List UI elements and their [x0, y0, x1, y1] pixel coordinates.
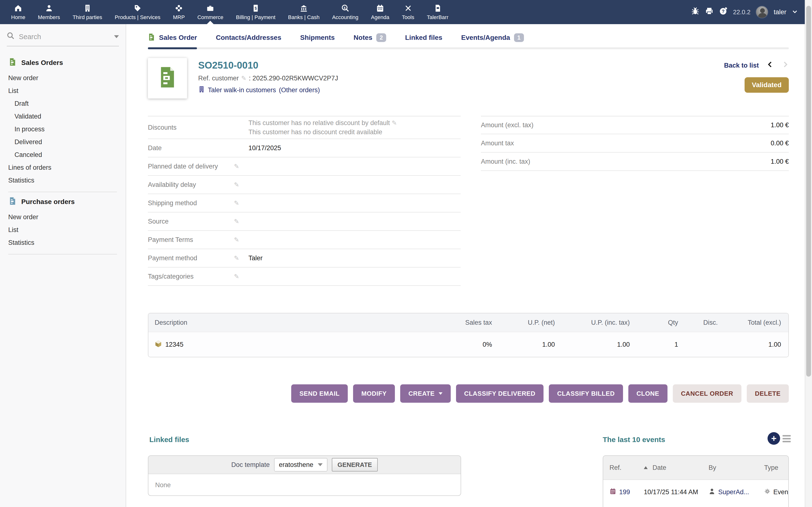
events-table-header: Ref. Date By Type Title	[603, 456, 788, 480]
edit-ref-customer-icon[interactable]: ✎	[241, 74, 247, 82]
search-icon	[7, 32, 14, 42]
edit-source-icon[interactable]: ✎	[234, 218, 239, 225]
nav-talerbarr[interactable]: TalerBarr	[420, 0, 455, 24]
edit-shipping-method-icon[interactable]: ✎	[234, 200, 239, 207]
order-lines-table: Description Sales tax U.P. (net) U.P. (i…	[148, 313, 789, 357]
back-to-list-link[interactable]: Back to list	[724, 62, 759, 69]
user-menu-label[interactable]: taler	[773, 8, 786, 16]
field-source: Source ✎	[148, 213, 461, 231]
sidebar-item-statistics[interactable]: Statistics	[8, 174, 126, 187]
nav-members[interactable]: Members	[32, 0, 66, 24]
other-orders-link[interactable]: (Other orders)	[279, 87, 320, 94]
field-payment-method: Payment method ✎ Taler	[148, 249, 461, 268]
nav-billing-payment[interactable]: $ Billing | Payment	[230, 0, 282, 24]
sidebar-section-purchase-orders[interactable]: Purchase orders	[9, 197, 126, 207]
tab-events-agenda[interactable]: Events/Agenda1	[461, 31, 524, 49]
help-icon[interactable]: ?	[719, 7, 728, 17]
sort-asc-icon	[644, 466, 648, 469]
clone-button[interactable]: CLONE	[628, 384, 667, 403]
svg-text:$: $	[255, 6, 257, 10]
chevron-down-icon[interactable]	[792, 8, 798, 17]
object-photo-card	[148, 58, 187, 99]
edit-payment-terms-icon[interactable]: ✎	[234, 236, 239, 243]
bug-icon[interactable]	[691, 7, 700, 17]
sidebar-search	[7, 32, 119, 46]
nav-banks-cash[interactable]: Banks | Cash	[282, 0, 326, 24]
tab-linked-files[interactable]: Linked files	[405, 31, 442, 49]
events-table: Ref. Date By Type Title 199 10/17/25 11:…	[603, 456, 788, 504]
nav-mrp[interactable]: MRP	[167, 0, 191, 24]
edit-discount-icon[interactable]: ✎	[392, 119, 397, 126]
sidebar-item-po-statistics[interactable]: Statistics	[8, 236, 126, 249]
add-event-button[interactable]: +	[767, 432, 780, 445]
nav-label: Banks | Cash	[288, 14, 319, 20]
send-email-button[interactable]: SEND EMAIL	[291, 384, 348, 403]
search-dropdown-caret-icon[interactable]	[114, 35, 119, 38]
sidebar-item-in-process[interactable]: In process	[8, 123, 126, 136]
search-input[interactable]	[19, 33, 91, 41]
page-scrollbar[interactable]	[805, 0, 812, 507]
amount-tax-row: Amount tax 0.00 €	[481, 134, 789, 153]
generate-button[interactable]: GENERATE	[332, 458, 378, 471]
delete-button[interactable]: DELETE	[747, 384, 789, 403]
customer-link[interactable]: Taler walk-in customers	[208, 87, 276, 94]
sidebar-item-validated[interactable]: Validated	[8, 110, 126, 123]
edit-availability-delay-icon[interactable]: ✎	[234, 181, 239, 188]
document-flag-icon	[434, 4, 442, 12]
tab-sales-order[interactable]: Sales Order	[148, 31, 197, 49]
top-navbar: Home Members Third parties Products | Se…	[0, 0, 805, 24]
nav-accounting[interactable]: $ Accounting	[326, 0, 365, 24]
nav-products-services[interactable]: Products | Services	[108, 0, 167, 24]
sidebar-item-list[interactable]: List	[8, 84, 126, 97]
edit-payment-method-icon[interactable]: ✎	[234, 255, 239, 262]
sidebar-item-delivered[interactable]: Delivered	[8, 136, 126, 149]
next-record-icon	[781, 61, 789, 70]
event-row: 199 10/17/25 11:44 AM SuperAd... Events …	[603, 480, 788, 504]
linked-files-heading: Linked files	[149, 436, 189, 444]
edit-planned-delivery-icon[interactable]: ✎	[234, 163, 239, 170]
lines-table-header: Description Sales tax U.P. (net) U.P. (i…	[148, 314, 788, 332]
doc-template-select[interactable]: eratosthene	[274, 458, 327, 471]
user-avatar[interactable]	[756, 6, 768, 18]
event-ref-link[interactable]: 199	[619, 489, 630, 496]
nav-tools[interactable]: Tools	[396, 0, 420, 24]
sidebar-item-new-order[interactable]: New order	[8, 72, 126, 84]
sidebar-item-lines-of-orders[interactable]: Lines of orders	[8, 161, 126, 174]
fields-area: Discounts This customer has no relative …	[148, 116, 789, 286]
sales-document-icon	[9, 58, 16, 67]
vscroll-thumb[interactable]	[806, 6, 811, 377]
classify-delivered-button[interactable]: CLASSIFY DELIVERED	[456, 384, 544, 403]
tab-shipments[interactable]: Shipments	[300, 31, 335, 49]
sidebar-menu: Sales Orders New order List Draft Valida…	[0, 46, 126, 255]
product-link[interactable]: 12345	[165, 341, 184, 348]
event-user-link[interactable]: SuperAd...	[718, 489, 749, 496]
create-button[interactable]: CREATE	[400, 384, 451, 403]
event-calendar-icon	[609, 488, 616, 496]
modify-button[interactable]: MODIFY	[353, 384, 395, 403]
event-gear-icon	[764, 488, 770, 496]
tab-contacts-addresses[interactable]: Contacts/Addresses	[216, 31, 281, 49]
tab-notes[interactable]: Notes2	[354, 31, 386, 49]
nav-label: Home	[11, 14, 26, 20]
event-type: Events in...	[773, 489, 788, 496]
object-ref: SO2510-0010	[198, 60, 338, 71]
sidebar-item-po-new-order[interactable]: New order	[8, 211, 126, 224]
sidebar-item-canceled[interactable]: Canceled	[8, 149, 126, 161]
nav-home[interactable]: Home	[5, 0, 32, 24]
nav-third-parties[interactable]: Third parties	[66, 0, 108, 24]
edit-tags-icon[interactable]: ✎	[234, 273, 239, 280]
cancel-order-button[interactable]: CANCEL ORDER	[673, 384, 742, 403]
nav-commerce[interactable]: Commerce	[191, 0, 230, 24]
list-menu-icon[interactable]	[782, 435, 791, 442]
sidebar-section-sales-orders[interactable]: Sales Orders	[9, 58, 126, 67]
previous-record-icon[interactable]	[767, 61, 774, 70]
classify-billed-button[interactable]: CLASSIFY BILLED	[549, 384, 623, 403]
nav-agenda[interactable]: Agenda	[365, 0, 396, 24]
sidebar-item-draft[interactable]: Draft	[8, 97, 126, 110]
left-sidebar: Sales Orders New order List Draft Valida…	[0, 24, 126, 507]
print-icon[interactable]	[705, 7, 714, 17]
sidebar-item-po-list[interactable]: List	[8, 224, 126, 236]
amount-excl-tax-row: Amount (excl. tax) 1.00 €	[481, 116, 789, 134]
events-toolbar: +	[603, 434, 789, 446]
field-date: Date 10/17/2025	[148, 139, 461, 157]
